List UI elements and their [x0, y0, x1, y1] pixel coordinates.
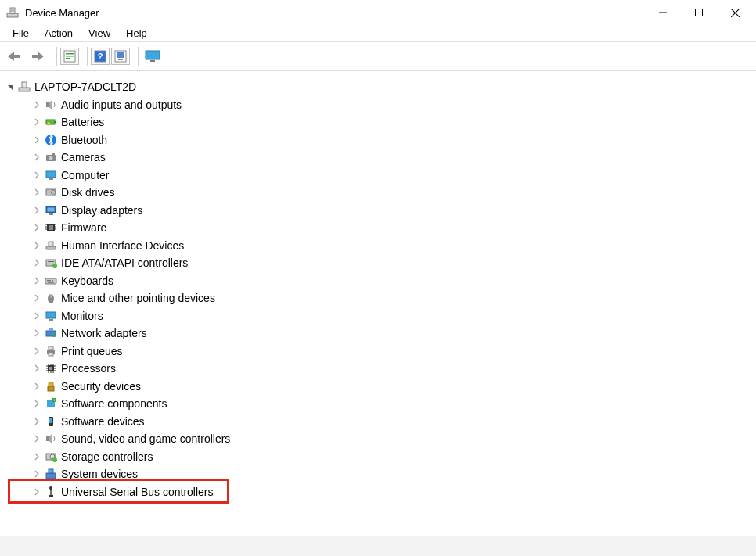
- tree-category-label: Monitors: [61, 310, 103, 322]
- tree-category-ide[interactable]: IDE ATA/ATAPI controllers: [3, 254, 756, 272]
- usb-icon: [44, 485, 58, 499]
- camera-icon: [44, 150, 58, 164]
- window-controls: [645, 0, 753, 25]
- svg-rect-5: [13, 55, 20, 58]
- chevron-right-icon[interactable]: [31, 101, 42, 109]
- tree-category-monitor[interactable]: Monitors: [3, 307, 756, 325]
- chevron-right-icon[interactable]: [31, 118, 42, 126]
- chevron-right-icon[interactable]: [31, 470, 42, 478]
- tree-category-label: Firmware: [61, 221, 106, 234]
- chevron-right-icon[interactable]: [31, 418, 42, 425]
- storage-icon: [44, 450, 58, 464]
- svg-rect-0: [7, 13, 18, 17]
- chevron-right-icon[interactable]: [31, 277, 42, 285]
- chevron-right-icon[interactable]: [31, 171, 42, 179]
- tree-category-speaker[interactable]: Audio inputs and outputs: [3, 96, 756, 114]
- chevron-right-icon[interactable]: [31, 312, 42, 320]
- tree-category-bluetooth[interactable]: Bluetooth: [3, 131, 756, 149]
- chevron-right-icon[interactable]: [31, 153, 42, 161]
- forward-button[interactable]: [27, 46, 49, 66]
- back-button[interactable]: [3, 46, 25, 66]
- tree-category-mouse[interactable]: Mice and other pointing devices: [3, 289, 756, 307]
- tree-category-system[interactable]: System devices: [3, 465, 756, 483]
- chevron-right-icon[interactable]: [31, 136, 42, 144]
- chevron-right-icon[interactable]: [31, 188, 42, 196]
- tree-category-security[interactable]: Security devices: [3, 378, 756, 396]
- tree-category-label: Universal Serial Bus controllers: [61, 486, 214, 498]
- network-icon: [44, 326, 58, 340]
- tree-category-battery[interactable]: Batteries: [3, 113, 756, 131]
- tree-category-label: Security devices: [61, 380, 141, 393]
- chevron-right-icon[interactable]: [31, 329, 42, 337]
- tree-category-processor[interactable]: Processors: [3, 360, 756, 378]
- help-button[interactable]: ?: [91, 48, 110, 65]
- tree-category-sound[interactable]: Sound, video and game controllers: [3, 430, 756, 448]
- menu-view[interactable]: View: [81, 26, 118, 41]
- device-tree: LAPTOP-7ADCLT2DAudio inputs and outputsB…: [0, 70, 756, 533]
- svg-rect-14: [117, 52, 124, 58]
- tree-category-usb[interactable]: Universal Serial Bus controllers: [3, 483, 756, 501]
- chevron-right-icon[interactable]: [31, 453, 42, 461]
- chevron-right-icon[interactable]: [31, 488, 42, 496]
- printer-icon: [44, 344, 58, 358]
- bluetooth-icon: [44, 133, 58, 147]
- chevron-right-icon[interactable]: [31, 294, 42, 302]
- tree-category-network[interactable]: Network adapters: [3, 325, 756, 343]
- tree-category-label: Print queues: [61, 345, 123, 357]
- tree-category-swcomp[interactable]: Software components: [3, 395, 756, 413]
- tree-category-label: Keyboards: [61, 274, 113, 287]
- disk-icon: [44, 185, 58, 199]
- chevron-right-icon[interactable]: [31, 224, 42, 231]
- security-icon: [44, 379, 58, 393]
- chevron-right-icon[interactable]: [31, 347, 42, 355]
- tree-category-label: Audio inputs and outputs: [61, 99, 182, 111]
- speaker-icon: [44, 98, 58, 112]
- chevron-down-icon[interactable]: [5, 83, 16, 91]
- keyboard-icon: [44, 274, 58, 288]
- chevron-right-icon[interactable]: [31, 435, 42, 443]
- scan-hardware-button[interactable]: [111, 48, 130, 65]
- tree-category-keyboard[interactable]: Keyboards: [3, 272, 756, 290]
- sound-icon: [44, 432, 58, 446]
- svg-rect-3: [11, 11, 14, 12]
- tree-category-swdev[interactable]: Software devices: [3, 413, 756, 431]
- tree-category-display[interactable]: Display adapters: [3, 202, 756, 220]
- tree-category-firmware[interactable]: Firmware: [3, 219, 756, 237]
- tree-category-computer[interactable]: Computer: [3, 167, 756, 185]
- chevron-right-icon[interactable]: [31, 400, 42, 407]
- chevron-right-icon[interactable]: [31, 259, 42, 267]
- monitor-view-button[interactable]: [142, 46, 164, 66]
- chevron-right-icon[interactable]: [31, 364, 42, 372]
- maximize-button[interactable]: [681, 0, 717, 25]
- menu-file[interactable]: File: [5, 26, 37, 41]
- tree-category-camera[interactable]: Cameras: [3, 149, 756, 167]
- window-title: Device Manager: [25, 7, 99, 19]
- tree-category-label: Sound, video and game controllers: [61, 432, 230, 445]
- svg-rect-17: [150, 60, 155, 62]
- tree-category-label: System devices: [61, 468, 138, 480]
- svg-rect-15: [118, 59, 123, 60]
- chevron-right-icon[interactable]: [31, 242, 42, 249]
- tree-category-label: Processors: [61, 362, 116, 375]
- tree-category-disk[interactable]: Disk drives: [3, 184, 756, 202]
- menu-action[interactable]: Action: [37, 26, 81, 41]
- minimize-button[interactable]: [645, 0, 681, 25]
- chevron-right-icon[interactable]: [31, 206, 42, 214]
- tree-category-printer[interactable]: Print queues: [3, 343, 756, 361]
- tree-root-node[interactable]: LAPTOP-7ADCLT2D: [3, 78, 756, 96]
- tree-category-label: Human Interface Devices: [61, 239, 184, 252]
- status-bar: [0, 536, 756, 556]
- tree-category-hid[interactable]: Human Interface Devices: [3, 237, 756, 255]
- swdev-icon: [44, 414, 58, 429]
- properties-button[interactable]: [60, 48, 79, 65]
- tree-category-storage[interactable]: Storage controllers: [3, 448, 756, 466]
- tree-category-label: Software components: [61, 397, 167, 410]
- tree-category-label: Storage controllers: [61, 450, 153, 463]
- tree-category-label: Bluetooth: [61, 134, 107, 146]
- toolbar: ?: [0, 42, 756, 70]
- processor-icon: [44, 361, 58, 375]
- chevron-right-icon[interactable]: [31, 382, 42, 390]
- close-button[interactable]: [717, 0, 753, 25]
- monitor-icon: [44, 309, 58, 323]
- menu-help[interactable]: Help: [118, 26, 155, 41]
